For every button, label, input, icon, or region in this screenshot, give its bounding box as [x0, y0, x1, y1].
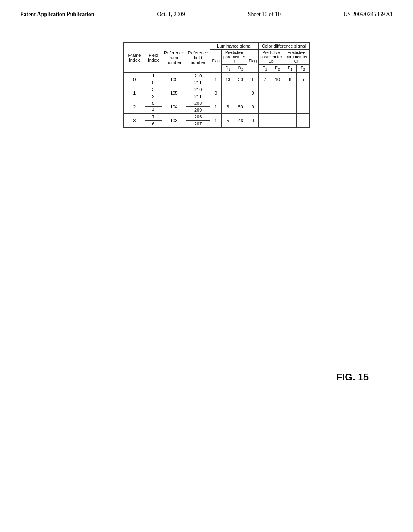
d2-empty-1 [234, 86, 247, 100]
e2-empty-1 [271, 86, 284, 100]
field-index-header: Field index [145, 43, 162, 73]
table-row: 1 3 105 210 0 0 [124, 86, 309, 93]
header-patent-number: US 2009/0245369 A1 [344, 11, 393, 18]
header-publication-label: Patent Application Publication [20, 11, 94, 18]
field-idx-7: 7 [145, 114, 162, 121]
e1-empty-1 [259, 86, 271, 100]
lum-flag-1: 1 [210, 73, 221, 86]
table-row: 3 7 103 206 1 5 46 0 [124, 114, 309, 121]
ref-field-207: 207 [186, 121, 210, 127]
f2-5: 5 [296, 73, 309, 86]
d2-header: D2 [234, 65, 247, 73]
f2-empty-3 [296, 114, 309, 127]
frame-index-header: Frame index [124, 43, 145, 73]
ref-frame-105b: 105 [162, 86, 186, 100]
ref-field-208: 208 [186, 100, 210, 107]
ref-field-211a: 211 [186, 79, 210, 86]
color-cr-header: Predictiveparamemter Cr [284, 50, 309, 65]
ref-field-210: 210 [186, 73, 210, 79]
ref-field-209: 209 [186, 107, 210, 114]
ref-field-header: Referencefield number [186, 43, 210, 73]
field-idx-6: 6 [145, 121, 162, 127]
ref-field-210b: 210 [186, 86, 210, 93]
ref-frame-header: Referenceframe number [162, 43, 186, 73]
main-content: Frame index Field index Referenceframe n… [0, 18, 413, 128]
d2-46: 46 [234, 114, 247, 127]
frame-idx-0: 0 [124, 73, 145, 86]
field-idx-5: 5 [145, 100, 162, 107]
figure-label: FIG. 15 [336, 372, 369, 383]
lum-flag-1b: 1 [210, 100, 221, 114]
luminance-header: Luminance signal [210, 43, 259, 50]
lum-flag-1c: 1 [210, 114, 221, 127]
frame-idx-3: 3 [124, 114, 145, 127]
fig-text: FIG. 15 [336, 372, 369, 383]
page-header: Patent Application Publication Oct. 1, 2… [0, 0, 413, 18]
field-idx-1: 1 [145, 73, 162, 79]
d1-5: 5 [221, 114, 234, 127]
frame-idx-2: 2 [124, 100, 145, 114]
field-idx-3: 3 [145, 86, 162, 93]
lum-pred-header: Predictiveparamemter Y [221, 50, 247, 65]
ref-field-211b: 211 [186, 93, 210, 100]
d1-3: 3 [221, 100, 234, 114]
ref-frame-103: 103 [162, 114, 186, 127]
e1-empty-3 [259, 114, 271, 127]
e2-10: 10 [271, 73, 284, 86]
field-idx-0: 0 [145, 79, 162, 86]
f2-header: F2 [296, 65, 309, 73]
ref-field-206: 206 [186, 114, 210, 121]
header-date: Oct. 1, 2009 [157, 11, 185, 18]
e1-header: E1 [259, 65, 271, 73]
lum-flag-0a: 0 [210, 86, 221, 100]
field-idx-2: 2 [145, 93, 162, 100]
table-row: 2 5 104 208 1 3 50 0 [124, 100, 309, 107]
e2-header: E2 [271, 65, 284, 73]
color-cb-header: Predictiveparamemter Cb [259, 50, 284, 65]
e1-7: 7 [259, 73, 271, 86]
color-flag-1a: 1 [247, 73, 258, 86]
color-flag-0a: 0 [247, 86, 258, 100]
field-idx-4: 4 [145, 107, 162, 114]
color-diff-header: Color difference signal [259, 43, 309, 50]
e2-empty-3 [271, 114, 284, 127]
d1-13: 13 [221, 73, 234, 86]
f1-empty-1 [284, 86, 296, 100]
ref-frame-104: 104 [162, 100, 186, 114]
color-flag-0b: 0 [247, 100, 258, 114]
header-sheet: Sheet 10 of 10 [248, 11, 281, 18]
data-table: Frame index Field index Referenceframe n… [123, 42, 310, 128]
f1-header: F1 [284, 65, 296, 73]
e1-empty-2 [259, 100, 271, 114]
f2-empty-1 [296, 86, 309, 100]
e2-empty-2 [271, 100, 284, 114]
ref-frame-105a: 105 [162, 73, 186, 86]
d2-30: 30 [234, 73, 247, 86]
color-flag-0c: 0 [247, 114, 258, 127]
lum-flag-header: Flag [210, 50, 221, 73]
d1-header: D1 [221, 65, 234, 73]
table-row: 0 1 105 210 1 13 30 1 7 10 8 5 [124, 73, 309, 79]
d2-50: 50 [234, 100, 247, 114]
frame-idx-1: 1 [124, 86, 145, 100]
f1-8: 8 [284, 73, 296, 86]
color-flag-header: Flag [247, 50, 258, 73]
f1-empty-2 [284, 100, 296, 114]
d1-empty-1 [221, 86, 234, 100]
f2-empty-2 [296, 100, 309, 114]
f1-empty-3 [284, 114, 296, 127]
